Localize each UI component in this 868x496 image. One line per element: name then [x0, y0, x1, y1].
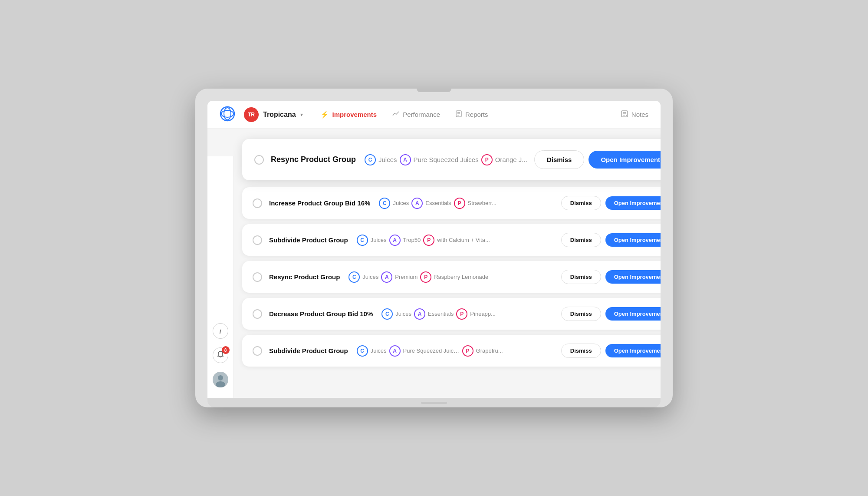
tag-p-badge: P	[423, 235, 434, 246]
dismiss-button-3[interactable]: Dismiss	[561, 233, 601, 247]
tag-p-badge: P	[462, 345, 473, 357]
tags-container-3: C Juices A Trop50 P with Calcium + Vita.…	[357, 235, 554, 246]
notes-label: Notes	[631, 111, 648, 118]
card-actions-1: Dismiss Open Improvement	[534, 150, 661, 169]
tag-a-label: Essentials	[428, 311, 454, 317]
dismiss-button-1[interactable]: Dismiss	[534, 150, 585, 169]
topnav: TR Tropicana ▾ ⚡ Improvements Performanc…	[207, 101, 661, 129]
sidebar: i 8	[207, 156, 233, 398]
svg-point-2	[221, 110, 233, 117]
chart-icon	[392, 110, 399, 119]
tag-a-label: Trop50	[403, 237, 421, 243]
user-avatar[interactable]	[213, 372, 228, 387]
card-checkbox-1[interactable]	[254, 155, 264, 165]
improvement-card: Resync Product Group C Juices A Premium …	[242, 261, 661, 293]
card-checkbox-3[interactable]	[253, 235, 262, 245]
tag-p-badge: P	[454, 198, 465, 209]
open-improvement-button-5[interactable]: Open Improvement	[605, 307, 661, 321]
tag-p-label: Grapefru...	[476, 347, 503, 354]
card-title-2: Increase Product Group Bid 16%	[269, 199, 370, 207]
card-title-5: Decrease Product Group Bid 10%	[269, 310, 373, 317]
card-checkbox-6[interactable]	[253, 346, 262, 356]
card-title-4: Resync Product Group	[269, 273, 340, 281]
tags-container-5: C Juices A Essentials P Pineapp...	[381, 308, 554, 320]
tab-improvements[interactable]: ⚡ Improvements	[320, 109, 377, 120]
brand-avatar: TR	[244, 107, 259, 122]
app-logo	[220, 106, 235, 123]
tab-performance[interactable]: Performance	[392, 109, 440, 120]
brand-name: Tropicana	[263, 111, 296, 119]
notifications-button[interactable]: 8	[213, 347, 228, 363]
tag-a-label: Pure Squeezed Juices	[403, 347, 460, 354]
card-checkbox-4[interactable]	[253, 272, 262, 282]
tags-container-1: C Juices A Pure Squeezed Juices P Orange…	[365, 154, 527, 165]
card-title-1: Resync Product Group	[271, 155, 356, 164]
nav-tabs: ⚡ Improvements Performance Reports	[320, 109, 621, 120]
tag-p-badge: P	[456, 308, 467, 320]
tag-p-badge: P	[481, 154, 493, 165]
tag-a-badge: A	[400, 154, 411, 165]
card-actions-6: Dismiss Open Improvement	[561, 344, 661, 358]
open-improvement-button-6[interactable]: Open Improvement	[605, 344, 661, 357]
tag-a-label: Premium	[395, 274, 418, 280]
open-improvement-button-4[interactable]: Open Improvement	[605, 270, 661, 284]
brand-selector[interactable]: TR Tropicana ▾	[244, 107, 303, 122]
tag-c-badge: C	[357, 235, 368, 246]
tag-c-badge: C	[381, 308, 393, 320]
brand-chevron-icon: ▾	[300, 112, 303, 118]
tag-c-label: Juices	[393, 200, 409, 206]
main-content: Resync Product Group C Juices A Pure Squ…	[233, 129, 661, 398]
tag-c-badge: C	[357, 345, 368, 357]
info-icon-button[interactable]: i	[213, 323, 228, 339]
card-checkbox-5[interactable]	[253, 309, 262, 319]
tab-reports-label: Reports	[465, 111, 488, 118]
tags-container-2: C Juices A Essentials P Strawberr...	[379, 198, 554, 209]
tab-performance-label: Performance	[403, 111, 440, 118]
improvement-card: Decrease Product Group Bid 10% C Juices …	[242, 298, 661, 330]
tag-p-label: with Calcium + Vita...	[437, 237, 490, 243]
improvement-card: Subdivide Product Group C Juices A Pure …	[242, 335, 661, 367]
tag-a-label: Essentials	[425, 200, 451, 206]
svg-point-0	[220, 107, 234, 121]
tag-c-label: Juices	[371, 237, 387, 243]
lightning-icon: ⚡	[320, 110, 329, 119]
open-improvement-button-3[interactable]: Open Improvement	[605, 233, 661, 247]
svg-point-12	[218, 375, 223, 380]
open-improvement-button-1[interactable]: Open Improvement	[589, 151, 661, 169]
tags-container-6: C Juices A Pure Squeezed Juices P Grapef…	[357, 345, 554, 357]
tag-a-label: Pure Squeezed Juices	[414, 156, 479, 163]
tag-c-label: Juices	[371, 347, 387, 354]
info-icon: i	[219, 327, 221, 335]
card-checkbox-2[interactable]	[253, 198, 262, 208]
dismiss-button-4[interactable]: Dismiss	[561, 270, 601, 284]
card-title-3: Subdivide Product Group	[269, 236, 348, 244]
tag-a-badge: A	[411, 198, 423, 209]
tag-c-label: Juices	[378, 156, 397, 163]
tag-a-badge: A	[389, 235, 401, 246]
card-actions-3: Dismiss Open Improvement	[561, 233, 661, 247]
dismiss-button-6[interactable]: Dismiss	[561, 344, 601, 358]
tab-improvements-label: Improvements	[332, 111, 377, 118]
laptop-base	[207, 398, 661, 407]
improvement-card: Resync Product Group C Juices A Pure Squ…	[242, 139, 661, 180]
tag-c-badge: C	[349, 271, 360, 283]
tab-reports[interactable]: Reports	[456, 109, 488, 120]
dismiss-button-2[interactable]: Dismiss	[561, 196, 601, 210]
svg-point-1	[224, 108, 231, 120]
card-actions-4: Dismiss Open Improvement	[561, 270, 661, 284]
tag-c-badge: C	[365, 154, 376, 165]
card-title-6: Subdivide Product Group	[269, 347, 348, 354]
tag-a-badge: A	[414, 308, 425, 320]
tag-p-label: Strawberr...	[468, 200, 496, 206]
tag-a-badge: A	[381, 271, 392, 283]
notes-button[interactable]: Notes	[621, 110, 648, 119]
tag-p-badge: P	[420, 271, 431, 283]
open-improvement-button-2[interactable]: Open Improvement	[605, 196, 661, 210]
card-actions-5: Dismiss Open Improvement	[561, 307, 661, 321]
tags-container-4: C Juices A Premium P Raspberry Lemonade	[349, 271, 554, 283]
tag-p-label: Orange J...	[495, 156, 527, 163]
tag-p-label: Raspberry Lemonade	[434, 274, 488, 280]
notification-badge: 8	[222, 346, 230, 354]
card-actions-2: Dismiss Open Improvement	[561, 196, 661, 210]
dismiss-button-5[interactable]: Dismiss	[561, 307, 601, 321]
